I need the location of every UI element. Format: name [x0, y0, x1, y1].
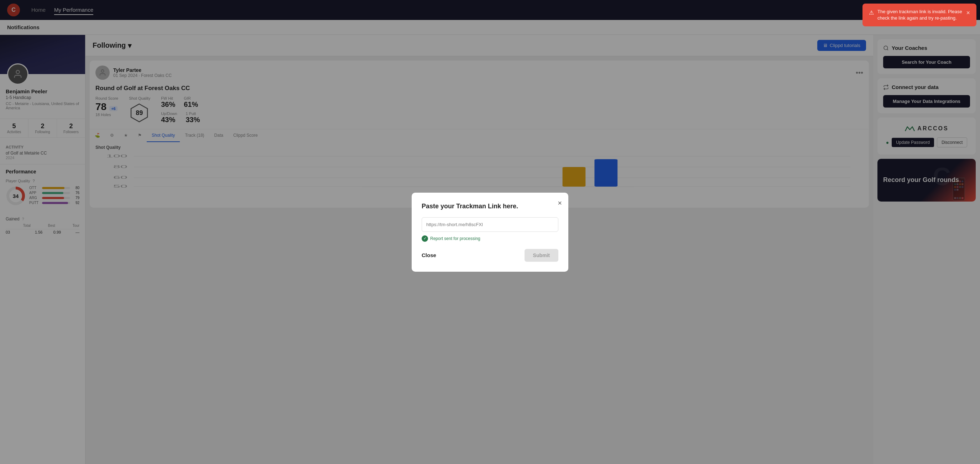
error-toast: ⚠ The given trackman link is invalid. Pl… — [862, 3, 977, 26]
success-text: Report sent for processing — [430, 236, 480, 241]
modal-close-x-button[interactable]: × — [558, 199, 562, 207]
modal-title: Paste your Trackman Link here. — [422, 203, 558, 210]
modal-submit-button[interactable]: Submit — [525, 249, 558, 262]
toast-close-button[interactable]: × — [966, 8, 970, 17]
toast-message: The given trackman link is invalid. Plea… — [877, 8, 963, 21]
modal-overlay: Paste your Trackman Link here. × ✓ Repor… — [0, 0, 980, 464]
modal-close-button[interactable]: Close — [422, 252, 436, 258]
modal-actions: Close Submit — [422, 249, 558, 262]
trackman-link-input[interactable] — [422, 217, 558, 232]
warning-icon: ⚠ — [869, 9, 874, 17]
trackman-modal: Paste your Trackman Link here. × ✓ Repor… — [412, 193, 568, 272]
check-icon: ✓ — [422, 235, 428, 242]
success-message: ✓ Report sent for processing — [422, 235, 558, 242]
